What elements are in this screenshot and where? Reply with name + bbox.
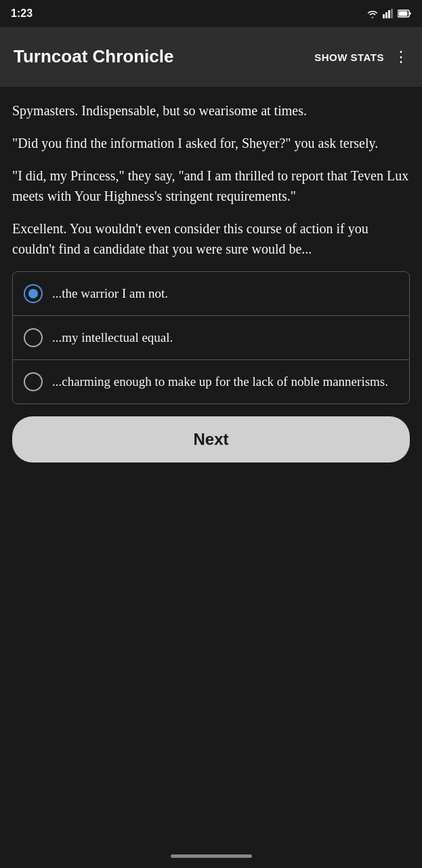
svg-rect-3 xyxy=(391,9,393,18)
story-paragraph-4: Excellent. You wouldn't even consider th… xyxy=(12,218,410,259)
choice-item-3[interactable]: ...charming enough to make up for the la… xyxy=(13,360,409,403)
home-bar xyxy=(171,854,252,858)
top-bar-actions: SHOW STATS ⋮ xyxy=(314,50,408,64)
battery-icon xyxy=(398,9,411,18)
choice-item-1[interactable]: ...the warrior I am not. xyxy=(13,272,409,316)
radio-button-2[interactable] xyxy=(24,328,43,347)
svg-rect-2 xyxy=(388,10,390,18)
app-title: Turncoat Chronicle xyxy=(14,46,173,67)
svg-rect-0 xyxy=(383,14,385,18)
choice-text-3: ...charming enough to make up for the la… xyxy=(52,373,388,391)
next-button[interactable]: Next xyxy=(12,416,410,462)
svg-rect-1 xyxy=(385,12,387,18)
radio-inner-1 xyxy=(28,289,38,298)
choice-item-2[interactable]: ...my intellectual equal. xyxy=(13,316,409,360)
main-content: Spymasters. Indispensable, but so wearis… xyxy=(0,87,422,844)
more-options-button[interactable]: ⋮ xyxy=(394,50,408,64)
svg-rect-5 xyxy=(410,12,411,15)
top-bar: Turncoat Chronicle SHOW STATS ⋮ xyxy=(0,27,422,87)
story-paragraph-3: "I did, my Princess," they say, "and I a… xyxy=(12,165,410,206)
svg-rect-6 xyxy=(399,12,408,16)
show-stats-button[interactable]: SHOW STATS xyxy=(314,52,384,63)
status-bar: 1:23 xyxy=(0,0,422,27)
status-time: 1:23 xyxy=(11,7,33,20)
choice-text-2: ...my intellectual equal. xyxy=(52,329,173,347)
story-paragraph-1: Spymasters. Indispensable, but so wearis… xyxy=(12,100,410,121)
radio-button-3[interactable] xyxy=(24,372,43,391)
home-indicator xyxy=(0,844,422,868)
story-paragraph-2: "Did you find the information I asked fo… xyxy=(12,133,410,153)
radio-button-1[interactable] xyxy=(24,284,43,303)
signal-icon xyxy=(383,9,394,18)
choice-text-1: ...the warrior I am not. xyxy=(52,285,168,303)
status-icons xyxy=(366,9,411,18)
wifi-icon xyxy=(366,9,379,18)
choices-container: ...the warrior I am not. ...my intellect… xyxy=(12,271,410,404)
